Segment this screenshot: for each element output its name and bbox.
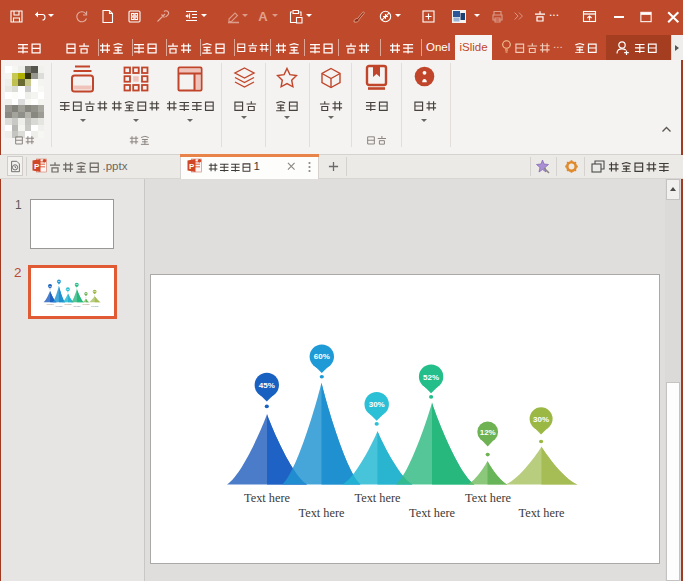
svg-text:Text here: Text here (64, 303, 72, 305)
svg-text:Text here: Text here (409, 505, 455, 519)
svg-text:30%: 30% (368, 400, 384, 409)
svg-text:45%: 45% (258, 380, 274, 389)
svg-text:30%: 30% (533, 414, 549, 423)
svg-text:Text here: Text here (465, 491, 511, 505)
svg-text:Text here: Text here (90, 306, 98, 308)
svg-text:Text here: Text here (244, 491, 290, 505)
svg-text:P: P (189, 162, 195, 171)
svg-text:Text here: Text here (518, 505, 564, 519)
svg-text:Text here: Text here (298, 505, 344, 519)
svg-text:12%: 12% (479, 427, 495, 436)
svg-text:Text here: Text here (354, 491, 400, 505)
svg-text:Text here: Text here (46, 303, 54, 305)
svg-text:60%: 60% (313, 352, 329, 361)
svg-text:52%: 52% (423, 372, 439, 381)
svg-text:Text here: Text here (55, 306, 63, 308)
svg-text:Text here: Text here (73, 306, 81, 308)
svg-text:Text here: Text here (82, 303, 90, 305)
svg-text:P: P (34, 162, 40, 171)
